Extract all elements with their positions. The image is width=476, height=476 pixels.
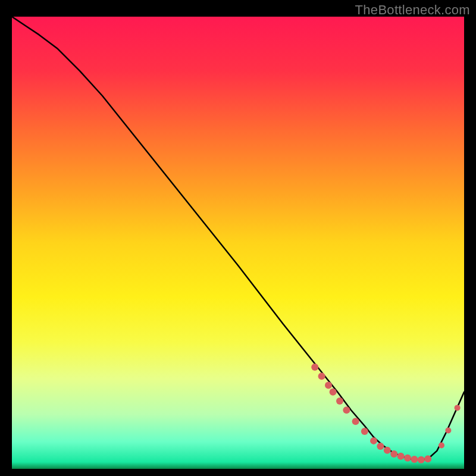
data-point (397, 453, 405, 460)
data-point (352, 418, 359, 425)
data-point (418, 456, 425, 464)
data-point (361, 428, 368, 435)
data-point (318, 372, 325, 380)
data-point (404, 455, 411, 462)
data-point (330, 389, 337, 396)
data-point (370, 437, 377, 444)
data-point (343, 406, 350, 414)
chart-svg (12, 17, 464, 469)
data-point (325, 381, 332, 389)
chart-background (12, 17, 464, 469)
data-point (439, 442, 444, 448)
data-point (445, 427, 451, 433)
data-point (384, 447, 391, 454)
data-point (311, 364, 318, 371)
data-point (336, 397, 343, 405)
data-point (455, 405, 461, 411)
watermark-text: TheBottleneck.com (355, 2, 470, 18)
data-point (424, 455, 431, 462)
data-point (377, 443, 384, 450)
data-point (411, 456, 418, 463)
data-point (390, 450, 397, 458)
chart-frame: TheBottleneck.com (0, 0, 476, 476)
chart-plot-area (12, 17, 464, 469)
